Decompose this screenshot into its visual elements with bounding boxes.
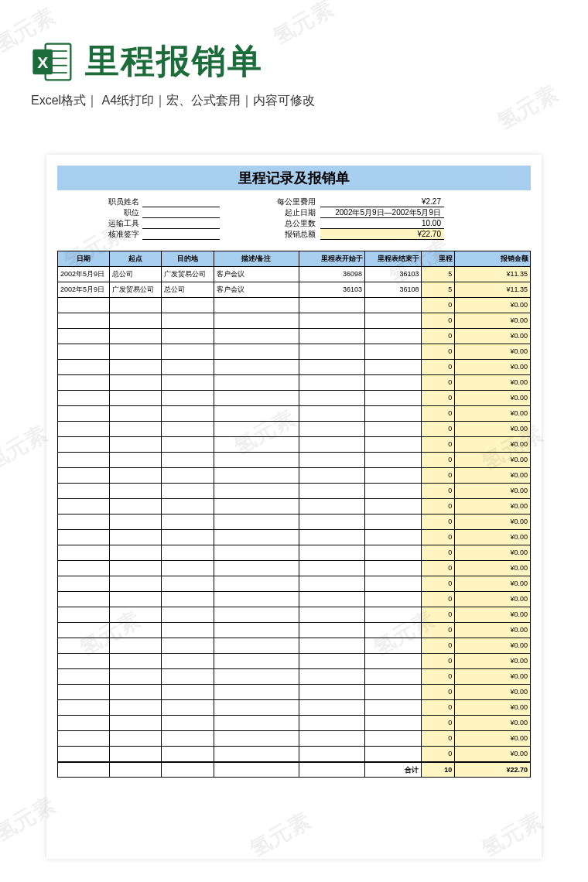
cell[interactable] [365, 731, 422, 747]
cell[interactable] [58, 514, 110, 530]
cell[interactable] [365, 669, 422, 685]
cell[interactable]: 0 [422, 422, 455, 437]
cell[interactable] [365, 514, 422, 530]
cell[interactable] [162, 375, 214, 391]
cell[interactable] [365, 530, 422, 545]
cell[interactable]: 0 [422, 530, 455, 545]
cell[interactable] [110, 669, 162, 685]
cell[interactable] [214, 638, 299, 654]
cell[interactable]: 0 [422, 669, 455, 685]
cell[interactable] [214, 329, 299, 344]
cell[interactable] [110, 344, 162, 360]
cell[interactable] [299, 747, 365, 762]
cell[interactable] [110, 484, 162, 499]
cell[interactable] [162, 329, 214, 344]
cell[interactable] [299, 298, 365, 313]
cell[interactable] [162, 298, 214, 313]
cell[interactable] [110, 545, 162, 561]
cell[interactable]: ¥11.35 [455, 282, 531, 298]
cell[interactable] [299, 545, 365, 561]
cell[interactable] [214, 298, 299, 313]
cell[interactable] [299, 453, 365, 468]
cell[interactable] [365, 329, 422, 344]
cell[interactable]: ¥0.00 [455, 530, 531, 545]
cell[interactable] [162, 747, 214, 762]
cell[interactable] [58, 360, 110, 375]
cell[interactable] [110, 514, 162, 530]
cell[interactable] [110, 406, 162, 422]
cell[interactable] [299, 514, 365, 530]
cell[interactable] [110, 716, 162, 731]
cell[interactable] [58, 499, 110, 514]
cell[interactable] [299, 391, 365, 406]
cell[interactable]: 2002年5月9日 [58, 282, 110, 298]
table-row[interactable]: 0¥0.00 [58, 313, 531, 329]
cell[interactable]: ¥0.00 [455, 638, 531, 654]
cell[interactable] [58, 747, 110, 762]
cell[interactable]: 0 [422, 453, 455, 468]
cell[interactable] [162, 422, 214, 437]
cell[interactable] [162, 514, 214, 530]
table-row[interactable]: 0¥0.00 [58, 453, 531, 468]
cell[interactable] [299, 700, 365, 716]
cell[interactable]: 0 [422, 716, 455, 731]
table-row[interactable]: 0¥0.00 [58, 344, 531, 360]
cell[interactable]: 0 [422, 375, 455, 391]
cell[interactable] [162, 344, 214, 360]
table-row[interactable]: 0¥0.00 [58, 654, 531, 669]
cell[interactable] [110, 747, 162, 762]
cell[interactable] [365, 313, 422, 329]
info-field[interactable] [142, 197, 220, 207]
cell[interactable] [58, 638, 110, 654]
cell[interactable] [214, 747, 299, 762]
cell[interactable]: 0 [422, 638, 455, 654]
cell[interactable] [299, 375, 365, 391]
table-row[interactable]: 0¥0.00 [58, 360, 531, 375]
cell[interactable] [58, 375, 110, 391]
cell[interactable]: 0 [422, 607, 455, 623]
cell[interactable] [162, 484, 214, 499]
cell[interactable] [162, 669, 214, 685]
cell[interactable] [214, 592, 299, 607]
cell[interactable] [299, 329, 365, 344]
cell[interactable] [365, 499, 422, 514]
cell[interactable] [162, 654, 214, 669]
cell[interactable] [214, 685, 299, 700]
cell[interactable] [58, 716, 110, 731]
table-row[interactable]: 2002年5月9日总公司广发贸易公司客户会议36098361035¥11.35 [58, 267, 531, 282]
cell[interactable] [299, 437, 365, 453]
cell[interactable] [162, 530, 214, 545]
cell[interactable] [365, 561, 422, 576]
cell[interactable] [365, 422, 422, 437]
cell[interactable]: ¥0.00 [455, 468, 531, 484]
cell[interactable] [365, 623, 422, 638]
cell[interactable] [299, 499, 365, 514]
cell[interactable] [299, 468, 365, 484]
cell[interactable] [365, 576, 422, 592]
cell[interactable] [58, 731, 110, 747]
cell[interactable]: ¥0.00 [455, 716, 531, 731]
cell[interactable] [299, 576, 365, 592]
cell[interactable]: 0 [422, 747, 455, 762]
cell[interactable] [365, 700, 422, 716]
cell[interactable] [299, 360, 365, 375]
cell[interactable] [214, 607, 299, 623]
cell[interactable]: ¥0.00 [455, 514, 531, 530]
cell[interactable] [162, 437, 214, 453]
cell[interactable]: 36103 [365, 267, 422, 282]
cell[interactable] [299, 669, 365, 685]
info-field[interactable] [142, 229, 220, 240]
cell[interactable] [58, 592, 110, 607]
table-row[interactable]: 0¥0.00 [58, 545, 531, 561]
cell[interactable] [214, 360, 299, 375]
cell[interactable]: ¥0.00 [455, 654, 531, 669]
cell[interactable] [365, 716, 422, 731]
cell[interactable]: ¥0.00 [455, 700, 531, 716]
cell[interactable] [58, 530, 110, 545]
cell[interactable]: 0 [422, 329, 455, 344]
cell[interactable] [58, 623, 110, 638]
cell[interactable] [365, 360, 422, 375]
cell[interactable] [162, 545, 214, 561]
cell[interactable] [214, 731, 299, 747]
cell[interactable]: 5 [422, 282, 455, 298]
